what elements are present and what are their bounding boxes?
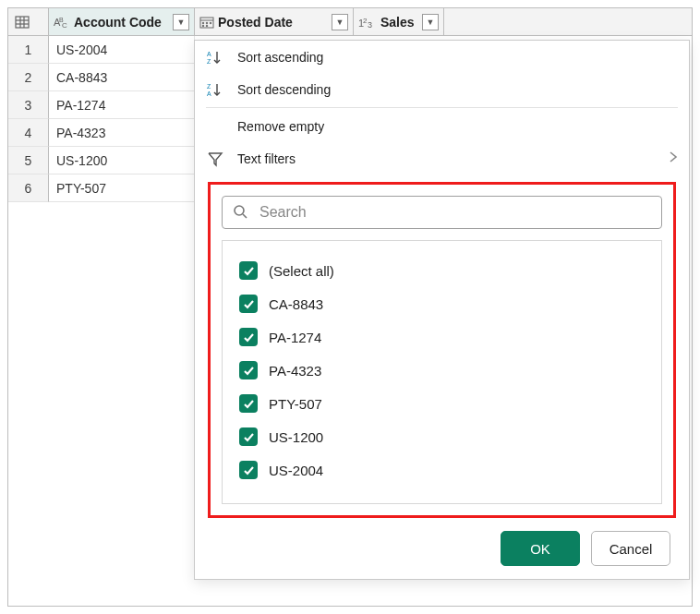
filter-value-item[interactable]: US-2004 (235, 453, 648, 487)
search-box[interactable] (222, 196, 662, 229)
svg-text:A: A (207, 51, 211, 57)
filter-value-label: US-2004 (269, 463, 323, 478)
cell-account-code[interactable]: PTY-507 (49, 175, 195, 202)
cell-account-code[interactable]: US-2004 (49, 36, 195, 64)
column-dropdown-button[interactable]: ▼ (173, 14, 189, 30)
checkbox-checked-icon[interactable] (239, 427, 258, 446)
svg-rect-0 (16, 17, 29, 28)
menu-label: Sort descending (237, 82, 678, 97)
search-input[interactable] (258, 203, 652, 222)
checkbox-checked-icon[interactable] (239, 461, 258, 479)
column-header-account-code[interactable]: A B C Account Code ▼ (49, 8, 195, 35)
filter-values-area: (Select all) CA-8843 PA-1274 (208, 182, 676, 518)
menu-label: Remove empty (237, 119, 678, 134)
cell-account-code[interactable]: PA-4323 (49, 119, 195, 147)
svg-text:C: C (62, 21, 67, 29)
filter-value-label: PA-4323 (269, 363, 321, 379)
column-label: Account Code (74, 15, 169, 30)
search-icon (232, 203, 248, 223)
sort-desc-icon: Z A (206, 81, 224, 98)
row-number[interactable]: 3 (8, 91, 49, 119)
cell-account-code[interactable]: PA-1274 (49, 91, 195, 119)
menu-label: Text filters (237, 151, 656, 166)
table-corner[interactable] (8, 8, 49, 35)
menu-sort-ascending[interactable]: A Z Sort ascending (195, 41, 689, 73)
menu-label: Sort ascending (237, 50, 678, 65)
svg-point-13 (202, 25, 204, 27)
menu-remove-empty[interactable]: Remove empty (195, 110, 689, 142)
cancel-button[interactable]: Cancel (591, 531, 670, 566)
filter-value-label: PTY-507 (269, 396, 322, 412)
svg-text:3: 3 (368, 20, 372, 29)
filter-icon (206, 150, 224, 167)
column-label: Posted Date (218, 15, 328, 30)
cell-account-code[interactable]: US-1200 (49, 147, 195, 175)
cell-account-code[interactable]: CA-8843 (49, 64, 195, 91)
filter-value-item[interactable]: PA-4323 (235, 354, 648, 387)
ok-button[interactable]: OK (501, 531, 580, 566)
checkbox-checked-icon[interactable] (239, 394, 258, 413)
filter-value-label: CA-8843 (269, 296, 323, 312)
text-type-icon: A B C (54, 16, 70, 29)
checkbox-checked-icon[interactable] (239, 361, 258, 379)
column-header-row: A B C Account Code ▼ Poste (8, 8, 692, 36)
menu-separator (206, 107, 678, 108)
svg-point-14 (206, 25, 208, 27)
menu-sort-descending[interactable]: Z A Sort descending (195, 73, 689, 105)
table-icon (13, 13, 31, 31)
column-header-empty (444, 8, 692, 35)
filter-value-item[interactable]: CA-8843 (235, 287, 648, 320)
menu-text-filters[interactable]: Text filters (195, 142, 689, 175)
checkbox-checked-icon[interactable] (239, 261, 258, 280)
filter-value-label: US-1200 (269, 429, 323, 445)
filter-value-item[interactable]: US-1200 (235, 420, 648, 453)
svg-line-25 (243, 214, 247, 218)
panel-button-row: OK Cancel (195, 527, 689, 566)
date-type-icon (199, 16, 214, 29)
svg-point-11 (206, 22, 208, 24)
row-number[interactable]: 2 (8, 64, 49, 91)
row-number[interactable]: 1 (8, 36, 49, 64)
column-header-posted-date[interactable]: Posted Date ▼ (195, 8, 354, 35)
filter-value-item[interactable]: PTY-507 (235, 387, 648, 420)
filter-values-list: (Select all) CA-8843 PA-1274 (222, 240, 662, 504)
filter-value-item[interactable]: PA-1274 (235, 320, 648, 354)
data-grid: A B C Account Code ▼ Poste (7, 7, 693, 607)
svg-text:Z: Z (207, 58, 211, 65)
column-dropdown-button[interactable]: ▼ (332, 14, 348, 30)
row-number[interactable]: 4 (8, 119, 49, 147)
svg-text:A: A (207, 90, 211, 97)
column-label: Sales (380, 15, 418, 30)
filter-value-label: (Select all) (269, 263, 334, 279)
svg-point-10 (202, 22, 204, 24)
filter-value-label: PA-1274 (269, 330, 321, 345)
column-header-sales[interactable]: 1 2 3 Sales ▼ (354, 8, 444, 35)
chevron-right-icon (669, 149, 678, 168)
column-filter-panel: A Z Sort ascending Z A Sort descending (194, 40, 690, 580)
column-dropdown-button[interactable]: ▼ (422, 14, 439, 30)
number-type-icon: 1 2 3 (358, 16, 377, 29)
svg-point-12 (210, 22, 211, 24)
svg-text:Z: Z (207, 83, 211, 90)
filter-value-item[interactable]: (Select all) (235, 254, 648, 287)
svg-point-24 (235, 206, 244, 215)
sort-asc-icon: A Z (206, 49, 224, 66)
row-number[interactable]: 6 (8, 175, 49, 202)
row-number[interactable]: 5 (8, 147, 49, 175)
checkbox-checked-icon[interactable] (239, 295, 258, 313)
checkbox-checked-icon[interactable] (239, 328, 258, 346)
